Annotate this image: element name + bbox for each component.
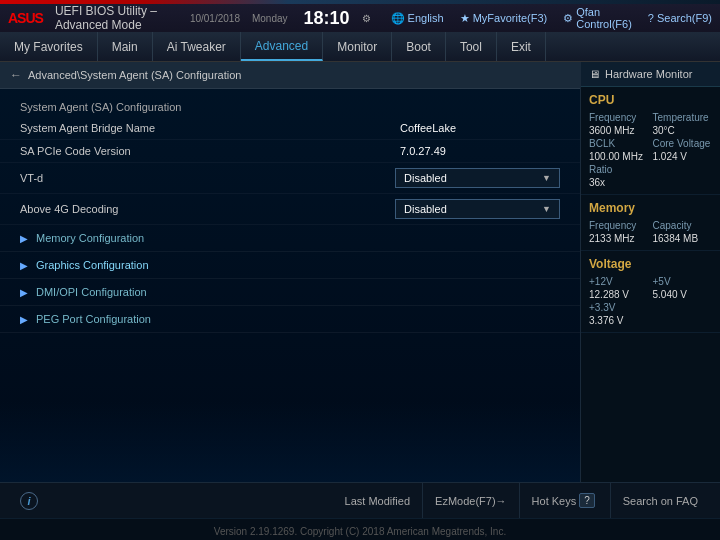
expand-peg-config[interactable]: ▶ PEG Port Configuration (0, 306, 580, 333)
hw-5v-label: +5V (653, 276, 713, 287)
expand-label-memory: Memory Configuration (36, 232, 144, 244)
hw-monitor-label: Hardware Monitor (605, 68, 692, 80)
clock: 18:10 (304, 8, 350, 29)
config-row-4g-decoding: Above 4G Decoding Disabled ▼ (0, 194, 580, 225)
bridge-name-label: System Agent Bridge Name (20, 122, 400, 134)
4g-decoding-arrow: ▼ (542, 204, 551, 214)
nav-exit[interactable]: Exit (497, 32, 546, 61)
expand-label-dmi: DMI/OPI Configuration (36, 286, 147, 298)
info-icon[interactable]: i (20, 492, 38, 510)
expand-arrow-graphics: ▶ (20, 260, 28, 271)
day: Monday (252, 13, 288, 24)
footer: Version 2.19.1269. Copyright (C) 2018 Am… (0, 518, 720, 540)
ezmode-item[interactable]: EzMode(F7) → (423, 483, 520, 518)
hotkeys-item[interactable]: Hot Keys ? (520, 483, 611, 518)
4g-decoding-label: Above 4G Decoding (20, 203, 395, 215)
back-arrow[interactable]: ← (10, 68, 22, 82)
4g-decoding-dropdown[interactable]: Disabled ▼ (395, 199, 560, 219)
qfan-label: Qfan Control(F6) (576, 6, 632, 30)
hw-cpu-section: CPU Frequency Temperature 3600 MHz 30°C … (581, 87, 720, 195)
hw-ratio-label: Ratio (589, 164, 649, 175)
vtd-value: Disabled (404, 172, 447, 184)
hw-core-volt-label: Core Voltage (653, 138, 713, 149)
favorites-icon: ★ (460, 12, 470, 25)
hw-cpu-temp-label: Temperature (653, 112, 713, 123)
breadcrumb-text: Advanced\System Agent (SA) Configuration (28, 69, 241, 81)
hw-5v-value: 5.040 V (653, 289, 713, 300)
language-util[interactable]: 🌐 English (391, 6, 444, 30)
top-bar-row1: ASUS UEFI BIOS Utility – Advanced Mode 1… (0, 4, 720, 32)
hw-cpu-grid: Frequency Temperature 3600 MHz 30°C BCLK… (589, 112, 712, 188)
hw-cpu-freq-value: 3600 MHz (589, 125, 649, 136)
hw-mem-cap-label: Capacity (653, 220, 713, 231)
expand-arrow-peg: ▶ (20, 314, 28, 325)
hotkeys-key: ? (579, 493, 595, 508)
qfan-util[interactable]: ⚙ Qfan Control(F6) (563, 6, 632, 30)
expand-graphics-config[interactable]: ▶ Graphics Configuration (0, 252, 580, 279)
config-area: System Agent (SA) Configuration System A… (0, 89, 580, 341)
last-modified-label: Last Modified (345, 495, 410, 507)
language-icon: 🌐 (391, 12, 405, 25)
expand-arrow-dmi: ▶ (20, 287, 28, 298)
date: 10/01/2018 (190, 13, 240, 24)
breadcrumb: ← Advanced\System Agent (SA) Configurati… (0, 62, 580, 89)
vtd-dropdown[interactable]: Disabled ▼ (395, 168, 560, 188)
hw-33v-empty (653, 302, 713, 313)
search-label: Search(F9) (657, 12, 712, 24)
hw-voltage-section: Voltage +12V +5V 12.288 V 5.040 V +3.3V … (581, 251, 720, 333)
expand-dmi-config[interactable]: ▶ DMI/OPI Configuration (0, 279, 580, 306)
hw-ratio-empty (653, 164, 713, 175)
nav-bar: My Favorites Main Ai Tweaker Advanced Mo… (0, 32, 720, 61)
hw-mem-title: Memory (589, 201, 712, 215)
hw-mem-freq-value: 2133 MHz (589, 233, 649, 244)
config-row-pcie-version: SA PCIe Code Version 7.0.27.49 (0, 140, 580, 163)
hw-monitor-title: 🖥 Hardware Monitor (581, 62, 720, 87)
main-layout: ← Advanced\System Agent (SA) Configurati… (0, 62, 720, 482)
hw-12v-value: 12.288 V (589, 289, 649, 300)
ezmode-arrow-icon: → (496, 495, 507, 507)
config-row-vtd: VT-d Disabled ▼ (0, 163, 580, 194)
pcie-version-value: 7.0.27.49 (400, 145, 560, 157)
hw-bclk-value: 100.00 MHz (589, 151, 649, 162)
fan-icon: ⚙ (563, 12, 573, 25)
bridge-name-value: CoffeeLake (400, 122, 560, 134)
expand-arrow-memory: ▶ (20, 233, 28, 244)
config-row-bridge-name: System Agent Bridge Name CoffeeLake (0, 117, 580, 140)
hw-memory-section: Memory Frequency Capacity 2133 MHz 16384… (581, 195, 720, 251)
nav-monitor[interactable]: Monitor (323, 32, 392, 61)
vtd-dropdown-arrow: ▼ (542, 173, 551, 183)
search-icon: ? (648, 12, 654, 24)
nav-main[interactable]: Main (98, 32, 153, 61)
nav-boot[interactable]: Boot (392, 32, 446, 61)
hw-monitor-icon: 🖥 (589, 68, 600, 80)
nav-tool[interactable]: Tool (446, 32, 497, 61)
hw-33v-value: 3.376 V (589, 315, 649, 326)
hw-33v-label: +3.3V (589, 302, 649, 313)
hw-volt-grid: +12V +5V 12.288 V 5.040 V +3.3V 3.376 V (589, 276, 712, 326)
top-bar: ASUS UEFI BIOS Utility – Advanced Mode 1… (0, 4, 720, 62)
hw-ratio-value: 36x (589, 177, 649, 188)
nav-advanced[interactable]: Advanced (241, 32, 323, 61)
4g-decoding-value: Disabled (404, 203, 447, 215)
last-modified-item: Last Modified (333, 483, 423, 518)
settings-icon[interactable]: ⚙ (362, 13, 371, 24)
nav-ai-tweaker[interactable]: Ai Tweaker (153, 32, 241, 61)
search-faq-item[interactable]: Search on FAQ (611, 483, 710, 518)
asus-logo: ASUS (8, 10, 43, 26)
search-util[interactable]: ? Search(F9) (648, 6, 712, 30)
language-label: English (408, 12, 444, 24)
myfavorite-util[interactable]: ★ MyFavorite(F3) (460, 6, 548, 30)
hw-core-volt-value: 1.024 V (653, 151, 713, 162)
info-button-area: i (10, 492, 38, 510)
hw-cpu-temp-value: 30°C (653, 125, 713, 136)
myfavorite-label: MyFavorite(F3) (473, 12, 548, 24)
hw-mem-cap-value: 16384 MB (653, 233, 713, 244)
hw-volt-title: Voltage (589, 257, 712, 271)
expand-memory-config[interactable]: ▶ Memory Configuration (0, 225, 580, 252)
hotkeys-label: Hot Keys (532, 495, 577, 507)
expand-label-graphics: Graphics Configuration (36, 259, 149, 271)
hw-bclk-label: BCLK (589, 138, 649, 149)
section-label: System Agent (SA) Configuration (0, 97, 580, 117)
hw-cpu-freq-label: Frequency (589, 112, 649, 123)
nav-my-favorites[interactable]: My Favorites (0, 32, 98, 61)
